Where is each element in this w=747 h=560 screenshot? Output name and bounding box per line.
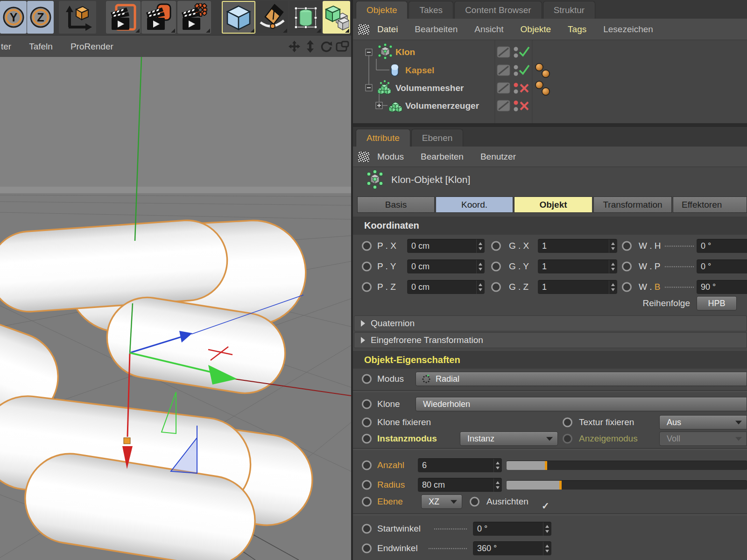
keyframe-ring[interactable]: [362, 524, 372, 534]
object-row-volumenerzeuger[interactable]: Volumenerzeuger: [389, 100, 528, 112]
tab-content-browser[interactable]: Content Browser: [454, 1, 542, 19]
am-menu-modus[interactable]: Modus: [377, 152, 404, 162]
render-view-button[interactable]: [106, 1, 141, 34]
keyframe-ring[interactable]: [491, 262, 501, 272]
menu-objekte[interactable]: Objekte: [521, 24, 551, 35]
keyframe-ring[interactable]: [362, 497, 372, 507]
klone-dropdown[interactable]: Wiederholen: [416, 397, 747, 412]
keyframe-ring[interactable]: [362, 241, 372, 251]
gy-input[interactable]: 1: [538, 259, 617, 273]
modus-dropdown[interactable]: Radial: [416, 372, 747, 386]
keyframe-ring[interactable]: [362, 461, 372, 470]
stepper-arrows[interactable]: [476, 260, 485, 273]
wb-input[interactable]: 90 °: [697, 280, 747, 294]
keyframe-ring[interactable]: [491, 241, 501, 251]
stepper-arrows[interactable]: [493, 459, 502, 472]
keyframe-ring[interactable]: [362, 374, 372, 384]
expander-klon[interactable]: [366, 49, 372, 56]
ebene-dropdown[interactable]: XZ: [421, 495, 462, 509]
render-picture-viewer-button[interactable]: [141, 1, 176, 34]
editor-visibility-dot[interactable]: [514, 101, 518, 105]
panel-splitter[interactable]: [353, 123, 747, 127]
radius-slider[interactable]: [507, 480, 747, 490]
keyframe-ring[interactable]: [470, 497, 479, 507]
endwinkel-input[interactable]: 360 °: [473, 541, 551, 555]
keyframe-ring[interactable]: [362, 262, 372, 272]
editor-visibility-dot[interactable]: [514, 47, 518, 51]
menu-tags[interactable]: Tags: [568, 24, 586, 35]
anzahl-input[interactable]: 6: [418, 458, 502, 472]
tab-objekt[interactable]: Objekt: [514, 196, 592, 213]
anzahl-slider[interactable]: [507, 461, 747, 470]
expander-volumenmesher[interactable]: [366, 84, 372, 91]
tab-objekte[interactable]: Objekte: [356, 1, 408, 19]
instanzmodus-dropdown[interactable]: Instanz: [460, 432, 558, 446]
stepper-arrows[interactable]: [543, 542, 551, 555]
menu-bearbeiten[interactable]: Bearbeiten: [415, 24, 458, 35]
reihenfolge-dropdown[interactable]: HPB: [697, 296, 737, 311]
editor-visibility-dot[interactable]: [514, 65, 518, 70]
stepper-arrows[interactable]: [543, 522, 551, 536]
menu-ansicht[interactable]: Ansicht: [474, 24, 503, 35]
phong-tag-icon[interactable]: [536, 81, 543, 89]
tab-attribute[interactable]: Attribute: [356, 129, 410, 147]
px-input[interactable]: 0 cm: [407, 239, 485, 253]
keyframe-ring[interactable]: [622, 282, 632, 292]
radius-slider-handle[interactable]: [559, 481, 562, 490]
zoom-view-icon[interactable]: [304, 40, 317, 53]
stepper-arrows[interactable]: [493, 478, 502, 492]
drag-grip-icon[interactable]: [358, 24, 370, 35]
phong-tag-icon[interactable]: [542, 88, 550, 95]
keyframe-ring[interactable]: [491, 282, 501, 292]
viewport-menu-tafeln[interactable]: Tafeln: [29, 42, 53, 52]
tab-effektoren[interactable]: Effektoren: [673, 196, 747, 213]
enable-points-button[interactable]: [289, 1, 322, 34]
menu-lesezeichen[interactable]: Lesezeichen: [603, 24, 653, 35]
pz-input[interactable]: 0 cm: [407, 280, 485, 294]
render-settings-button[interactable]: [177, 1, 211, 34]
section-eingefrorene-transformation[interactable]: Eingefrorene Transformation: [354, 332, 747, 348]
textur-fixieren-dropdown[interactable]: Aus: [659, 415, 747, 430]
tab-ebenen[interactable]: Ebenen: [411, 129, 464, 147]
keyframe-ring[interactable]: [362, 544, 372, 553]
stepper-arrows[interactable]: [609, 280, 617, 294]
gz-input[interactable]: 1: [538, 280, 617, 294]
phong-tag-icon[interactable]: [536, 63, 543, 71]
am-menu-benutzer[interactable]: Benutzer: [480, 152, 516, 162]
keyframe-ring[interactable]: [362, 480, 372, 490]
keyframe-ring[interactable]: [362, 434, 372, 444]
axis-handle[interactable]: [124, 438, 130, 444]
keyframe-ring[interactable]: [362, 282, 372, 292]
anzahl-slider-handle[interactable]: [545, 461, 547, 470]
stepper-arrows[interactable]: [609, 239, 617, 253]
keyframe-ring[interactable]: [563, 418, 572, 427]
cube-primitive-button[interactable]: [222, 1, 255, 34]
am-menu-bearbeiten[interactable]: Bearbeiten: [421, 152, 464, 162]
render-visibility-dot[interactable]: [514, 72, 518, 76]
tab-koord[interactable]: Koord.: [436, 196, 513, 213]
viewport-3d[interactable]: [0, 57, 351, 560]
stepper-arrows[interactable]: [609, 260, 617, 273]
coordinate-system-button[interactable]: [59, 1, 96, 34]
stepper-arrows[interactable]: [476, 280, 485, 294]
render-visibility-dot[interactable]: [514, 90, 518, 94]
section-quaternion[interactable]: Quaternion: [354, 315, 747, 331]
expander-volumenerzeuger[interactable]: [376, 102, 382, 109]
axis-y-lock-button[interactable]: Y: [0, 1, 27, 34]
axis-z-lock-button[interactable]: Z: [27, 1, 54, 34]
array-clone-button[interactable]: [323, 1, 350, 34]
keyframe-ring[interactable]: [622, 262, 632, 272]
rotate-view-icon[interactable]: [320, 40, 332, 53]
render-visibility-dot[interactable]: [514, 107, 518, 112]
radius-input[interactable]: 80 cm: [418, 478, 502, 492]
phong-tag-icon[interactable]: [542, 70, 550, 77]
viewport-menu-prorender[interactable]: ProRender: [70, 42, 113, 52]
keyframe-ring[interactable]: [362, 418, 372, 427]
pan-view-icon[interactable]: [288, 40, 301, 53]
pen-spline-button[interactable]: [256, 1, 288, 34]
stepper-arrows[interactable]: [476, 239, 485, 253]
tab-transformation[interactable]: Transformation: [593, 196, 672, 213]
startwinkel-input[interactable]: 0 °: [473, 522, 551, 536]
wh-input[interactable]: 0 °: [697, 239, 747, 253]
tab-struktur[interactable]: Struktur: [543, 1, 596, 19]
